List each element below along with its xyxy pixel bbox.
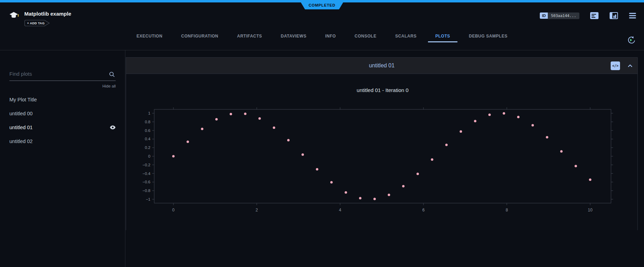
data-point [517, 116, 520, 118]
experiment-logo-icon [9, 12, 19, 21]
tab-label: PLOTS [435, 34, 450, 39]
sidebar-item-label: untitled 00 [9, 111, 33, 116]
search-input[interactable] [9, 69, 105, 77]
tab-plots[interactable]: PLOTS [426, 30, 460, 42]
data-point [187, 141, 189, 143]
y-tick-label: −0.8 [142, 189, 150, 193]
embed-code-icon[interactable]: </> [611, 61, 620, 70]
plots-sidebar: Hide all My Plot Titleuntitled 00untitle… [0, 50, 125, 267]
sidebar-item-label: untitled 02 [9, 139, 33, 144]
tab-configuration[interactable]: CONFIGURATION [172, 30, 228, 42]
data-point [172, 155, 175, 158]
plot-card-title: untitled 01 [369, 62, 395, 69]
data-point [230, 113, 232, 115]
tab-label: EXECUTION [137, 34, 163, 39]
scatter-plot[interactable]: 024681010.80.60.40.20−0.2−0.4−0.6−0.8−1 [126, 74, 637, 230]
data-point [345, 191, 347, 194]
y-tick-label: −1 [146, 197, 150, 201]
data-point [215, 118, 218, 120]
y-tick-label: 1 [148, 111, 150, 115]
status-label: COMPLETED [308, 3, 335, 7]
data-point [201, 128, 203, 130]
y-tick-label: 0.8 [145, 120, 150, 124]
y-tick-label: −0.2 [142, 163, 150, 167]
data-point [503, 112, 505, 115]
y-tick-label: 0 [148, 154, 150, 158]
data-point [359, 197, 362, 199]
search-icon[interactable] [109, 72, 115, 77]
tab-console[interactable]: CONSOLE [345, 30, 386, 42]
chart-title: untitled 01 - Iteration 0 [154, 87, 611, 93]
tab-label: CONSOLE [355, 34, 377, 39]
x-tick-label: 8 [506, 208, 508, 212]
tab-scalars[interactable]: SCALARS [386, 30, 426, 42]
sidebar-item-label: untitled 01 [9, 125, 33, 130]
data-point [460, 130, 462, 133]
data-point [560, 150, 563, 152]
x-tick-label: 0 [172, 208, 175, 212]
details-lines-icon[interactable] [590, 11, 599, 20]
plot-card-body: untitled 01 - Iteration 0 024681010.80.6… [126, 74, 637, 230]
tabs: EXECUTIONCONFIGURATIONARTIFACTSDATAVIEWS… [0, 30, 644, 42]
data-point [287, 139, 290, 141]
eye-icon[interactable] [110, 125, 116, 130]
y-tick-label: −0.4 [142, 172, 150, 176]
tab-label: SCALARS [395, 34, 417, 39]
x-tick-label: 10 [588, 208, 593, 212]
data-point [244, 112, 247, 115]
hamburger-menu-icon[interactable] [629, 12, 636, 19]
plots-main-area: untitled 01 </> untitled 01 - Iteration … [125, 50, 644, 267]
data-point [302, 153, 304, 156]
tab-label: DATAVIEWS [281, 34, 306, 39]
tab-info[interactable]: INFO [316, 30, 345, 42]
panel-graph-icon[interactable] [609, 11, 618, 20]
data-point [273, 126, 275, 129]
y-tick-label: 0.2 [145, 145, 150, 150]
tab-label: ARTIFACTS [237, 34, 262, 39]
x-tick-label: 6 [422, 208, 425, 212]
y-tick-label: −0.6 [142, 180, 150, 184]
sidebar-item-untitled-01[interactable]: untitled 01 [9, 120, 116, 134]
data-point [416, 173, 419, 175]
sidebar-item-label: My Plot Title [9, 97, 37, 102]
chevron-up-icon[interactable] [628, 64, 633, 67]
data-point [445, 144, 448, 146]
status-badge: COMPLETED [299, 0, 345, 9]
add-tag-label: + ADD TAG [27, 22, 44, 25]
sidebar-item-my-plot-title[interactable]: My Plot Title [9, 93, 116, 107]
tab-label: DEBUG SAMPLES [469, 34, 507, 39]
tab-debug-samples[interactable]: DEBUG SAMPLES [460, 30, 517, 42]
data-point [330, 181, 333, 184]
data-point [258, 117, 261, 120]
data-point [431, 158, 433, 161]
app-header: Matplotlib example + ADD TAG ID 503aa144… [0, 2, 644, 50]
data-point [531, 124, 534, 126]
data-point [575, 165, 577, 167]
data-point [488, 114, 491, 116]
tab-label: CONFIGURATION [181, 34, 218, 39]
plot-card-header: untitled 01 </> [126, 58, 637, 74]
search-box [9, 69, 116, 81]
plot-list: My Plot Titleuntitled 00untitled 01untit… [9, 93, 116, 148]
y-tick-label: 0.6 [145, 128, 150, 133]
data-point [316, 168, 318, 170]
sidebar-item-untitled-00[interactable]: untitled 00 [9, 107, 116, 120]
data-point [546, 136, 548, 139]
tab-dataviews[interactable]: DATAVIEWS [271, 30, 316, 42]
auto-refresh-icon[interactable] [626, 35, 636, 45]
data-point [474, 120, 476, 122]
plot-card: untitled 01 </> untitled 01 - Iteration … [126, 57, 638, 230]
tab-label: INFO [325, 34, 336, 39]
data-point [589, 178, 592, 181]
id-value: 503aa144... [548, 12, 579, 19]
plot-frame [154, 109, 611, 203]
tab-artifacts[interactable]: ARTIFACTS [228, 30, 272, 42]
tab-execution[interactable]: EXECUTION [127, 30, 172, 42]
experiment-id-chip[interactable]: ID 503aa144... [540, 12, 579, 19]
hide-all-button[interactable]: Hide all [9, 84, 116, 88]
data-point [402, 185, 405, 187]
sidebar-item-untitled-02[interactable]: untitled 02 [9, 134, 116, 148]
page-title: Matplotlib example [24, 11, 71, 17]
add-tag-button[interactable]: + ADD TAG [24, 20, 50, 26]
x-tick-label: 4 [339, 208, 341, 212]
